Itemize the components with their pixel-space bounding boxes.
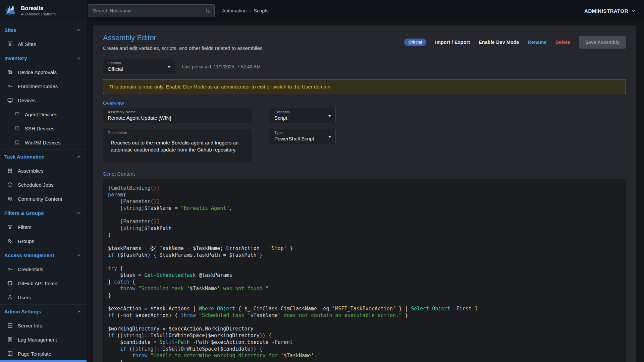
sidebar-item-label: Page Template: [18, 351, 51, 357]
brand-text: Borealis Automation Platform: [21, 5, 56, 16]
chevron-up-icon: [76, 309, 82, 315]
type-value: PowerShell Script: [274, 136, 314, 141]
sidebar-item-label: Community Content: [18, 196, 62, 202]
sidebar-item-label: SSH Devices: [25, 126, 54, 131]
panel-header: Assembly Editor Create and edit variable…: [103, 34, 626, 51]
sidebar-item-assemblies[interactable]: Assemblies: [0, 164, 87, 178]
breadcrumb-item-scripts[interactable]: Scripts: [254, 8, 268, 13]
sidebar-item-github-api-token[interactable]: GitHub API Token: [0, 276, 87, 290]
rename-button[interactable]: Rename: [528, 40, 547, 45]
sidebar-item-label: Server Info: [18, 323, 42, 328]
chevron-up-icon: [76, 252, 82, 258]
sidebar-item-page-template[interactable]: Page Template: [0, 347, 87, 361]
enable-dev-mode-button[interactable]: Enable Dev Mode: [479, 40, 519, 45]
user-menu[interactable]: ADMINISTRATOR: [584, 8, 637, 14]
chevron-up-icon: [76, 27, 82, 33]
brand-name: Borealis: [21, 5, 56, 12]
overview-section-label: Overview: [103, 100, 626, 106]
assembly-editor-panel: Assembly Editor Create and edit variable…: [93, 25, 636, 362]
sidebar-item-ssh-devices[interactable]: SSH Devices: [0, 121, 87, 135]
domain-label: Domain: [108, 61, 121, 65]
log-icon: [7, 337, 13, 343]
chevron-up-icon: [76, 55, 82, 61]
breadcrumb-item-automation[interactable]: Automation: [222, 8, 247, 13]
sidebar-item-label: Agent Devices: [25, 112, 57, 117]
category-value: Script: [274, 115, 287, 121]
topbar: Borealis Automation Platform Automation …: [0, 0, 644, 21]
devices-icon: [7, 97, 13, 103]
official-badge: Official: [404, 39, 427, 46]
breadcrumb: Automation › Scripts: [222, 8, 269, 13]
sidebar-item-label: All Sites: [18, 41, 36, 47]
sidebar-item-agent-devices[interactable]: Agent Devices: [0, 107, 87, 121]
sidebar-item-device-approvals[interactable]: Device Approvals: [0, 65, 87, 79]
search-icon: [205, 8, 211, 14]
key-icon: [7, 83, 13, 89]
grid-icon: [7, 168, 13, 174]
sidebar-item-credentials[interactable]: Credentials: [0, 262, 87, 276]
sidebar-item-all-sites[interactable]: All Sites: [0, 37, 87, 51]
caret-down-icon: [328, 115, 331, 117]
search-input[interactable]: [92, 8, 205, 14]
sidebar-item-label: Users: [18, 295, 31, 300]
script-content-label: Script Content: [103, 171, 626, 177]
laptop-icon: [14, 125, 20, 131]
sidebar-item-filters[interactable]: Filters: [0, 220, 87, 234]
sidebar-section-label: Access Management: [4, 252, 54, 258]
filter-icon: [7, 224, 13, 230]
key-icon: [7, 266, 13, 272]
assembly-name-field[interactable]: Assembly Name Remote Agent Update [WIN]: [103, 108, 253, 123]
save-assembly-button[interactable]: Save Assembly: [579, 36, 626, 49]
description-field[interactable]: Description Reaches out to the remote Bo…: [103, 129, 253, 162]
sidebar-section-task-automation[interactable]: Task Automation: [0, 149, 87, 164]
user-menu-label: ADMINISTRATOR: [584, 8, 628, 14]
sidebar-section-admin-settings[interactable]: Admin Settings: [0, 304, 87, 318]
type-select[interactable]: Type PowerShell Script: [270, 129, 336, 144]
sidebar-section-filters-groups[interactable]: Filters & Groups: [0, 206, 87, 220]
github-icon: [7, 280, 13, 286]
script-editor[interactable]: [CmdletBinding()]param( [Parameter()] [s…: [103, 179, 626, 362]
sidebar-item-devices[interactable]: Devices: [0, 93, 87, 107]
domain-select[interactable]: Domain Official: [103, 59, 175, 74]
sidebar-item-log-management[interactable]: Log Management: [0, 333, 87, 347]
people-icon: [7, 196, 13, 202]
sidebar-item-enrollment-codes[interactable]: Enrollment Codes: [0, 79, 87, 93]
sidebar-item-label: Device Approvals: [18, 69, 57, 75]
sidebar-section-sites[interactable]: Sites: [0, 23, 87, 37]
brand: Borealis Automation Platform: [0, 0, 87, 21]
caret-down-icon: [167, 66, 171, 68]
laptop-icon: [14, 139, 20, 145]
import-export-button[interactable]: Import / Export: [435, 40, 470, 45]
sidebar-item-label: Assemblies: [18, 168, 44, 174]
sidebar-section-label: Admin Settings: [4, 309, 41, 314]
page-subtitle: Create and edit variables, scripts, and …: [103, 45, 264, 51]
sidebar-item-scheduled-jobs[interactable]: Scheduled Jobs: [0, 178, 87, 192]
last-persisted-text: Last persisted: 11/1/2025, 7:52:43 AM: [182, 64, 261, 69]
sidebar-section-access-management[interactable]: Access Management: [0, 248, 87, 262]
sidebar-item-groups[interactable]: Groups: [0, 234, 87, 248]
sidebar-bottom-accent: [0, 360, 87, 362]
chevron-up-icon: [76, 210, 82, 216]
borealis-logo: [4, 3, 17, 18]
sidebar-item-label: Groups: [18, 238, 34, 244]
category-select[interactable]: Category Script: [270, 108, 336, 123]
sidebar-section-label: Inventory: [4, 55, 27, 61]
readonly-warning-banner: This domain is read-only. Enable Dev Mod…: [103, 79, 626, 94]
chevron-down-icon: [631, 8, 637, 14]
sidebar-item-community-content[interactable]: Community Content: [0, 192, 87, 206]
assembly-name-value: Remote Agent Update [WIN]: [108, 115, 171, 121]
sidebar-item-users[interactable]: Users: [0, 290, 87, 304]
sidebar-item-server-info[interactable]: Server Info: [0, 318, 87, 333]
building-icon: [7, 41, 13, 47]
main-content: Assembly Editor Create and edit variable…: [87, 21, 644, 362]
sidebar-section-inventory[interactable]: Inventory: [0, 51, 87, 65]
sidebar-item-label: GitHub API Token: [18, 281, 57, 286]
people-icon: [7, 238, 13, 244]
panel-title-block: Assembly Editor Create and edit variable…: [103, 34, 264, 51]
search-box[interactable]: [88, 4, 215, 17]
sidebar-item-winrm-devices[interactable]: WinRM Devices: [0, 135, 87, 149]
script-code: [CmdletBinding()]param( [Parameter()] [s…: [108, 185, 621, 362]
sidebar-nav: SitesAll SitesInventoryDevice ApprovalsE…: [0, 21, 87, 361]
laptop-icon: [14, 111, 20, 117]
delete-button[interactable]: Delete: [555, 40, 570, 45]
